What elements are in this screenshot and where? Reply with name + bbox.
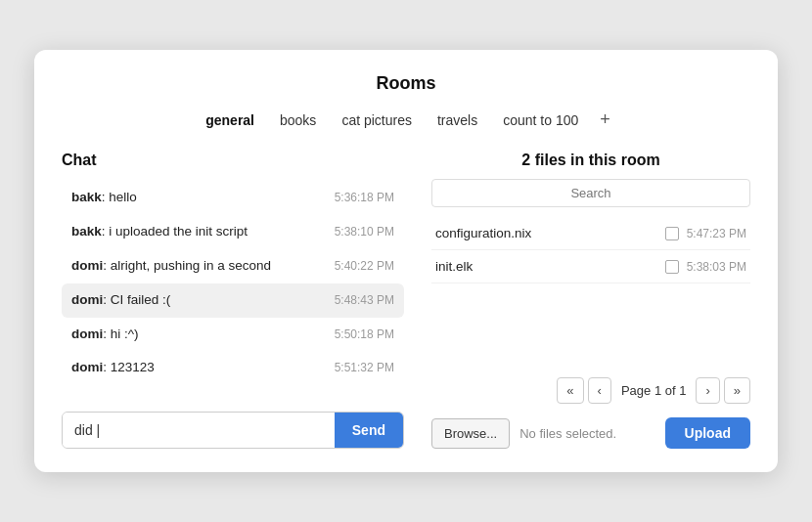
message-time: 5:40:22 PM	[335, 259, 394, 273]
sender-name: bakk	[71, 190, 102, 204]
file-checkbox[interactable]	[665, 260, 679, 274]
rooms-title: Rooms	[62, 73, 750, 94]
file-right: 5:47:23 PM	[665, 227, 746, 240]
no-files-label: No files selected.	[519, 426, 616, 441]
message-row: bakk: i uploaded the init script 5:38:10…	[62, 215, 404, 249]
message-text: domi: 123123	[71, 359, 323, 377]
message-text: domi: CI failed :(	[71, 291, 323, 310]
browse-button[interactable]: Browse...	[431, 418, 510, 449]
sender-name: domi	[71, 258, 103, 273]
message-time: 5:48:43 PM	[335, 293, 394, 307]
files-title: 2 files in this room	[431, 152, 750, 169]
app-window: Rooms general books cat pictures travels…	[34, 50, 778, 472]
message-row: domi: hi :^) 5:50:18 PM	[62, 318, 404, 352]
tab-books[interactable]: books	[270, 109, 326, 132]
tab-general[interactable]: general	[196, 109, 264, 132]
next-page-button[interactable]: ›	[696, 377, 719, 404]
file-time: 5:47:23 PM	[687, 227, 746, 240]
chat-title: Chat	[62, 152, 404, 169]
tab-count-to-100[interactable]: count to 100	[493, 109, 588, 132]
message-time: 5:38:10 PM	[335, 225, 394, 239]
file-name: configuration.nix	[435, 226, 665, 240]
messages-list: bakk: hello 5:36:18 PM bakk: i uploaded …	[62, 181, 404, 396]
tab-cat-pictures[interactable]: cat pictures	[332, 109, 422, 132]
message-time: 5:50:18 PM	[335, 327, 394, 341]
message-row: domi: 123123 5:51:32 PM	[62, 351, 404, 385]
message-row: bakk: hello 5:36:18 PM	[62, 181, 404, 215]
message-text: bakk: hello	[71, 189, 323, 207]
file-row: configuration.nix 5:47:23 PM	[431, 217, 750, 250]
file-name: init.elk	[435, 259, 665, 274]
page-label: Page 1 of 1	[615, 383, 693, 398]
send-button[interactable]: Send	[335, 413, 403, 448]
message-text: domi: hi :^)	[71, 326, 323, 344]
chat-panel: Chat bakk: hello 5:36:18 PM bakk: i uplo…	[62, 152, 404, 449]
add-tab-button[interactable]: +	[594, 108, 616, 132]
pagination: « ‹ Page 1 of 1 › »	[431, 377, 750, 404]
sender-name: domi	[71, 360, 103, 374]
file-time: 5:38:03 PM	[687, 260, 746, 274]
message-text: bakk: i uploaded the init script	[71, 223, 323, 241]
message-row-highlighted: domi: CI failed :( 5:48:43 PM	[62, 283, 404, 318]
files-list: configuration.nix 5:47:23 PM init.elk 5:…	[431, 217, 750, 360]
chat-input-area: Send	[62, 412, 404, 449]
tabs-bar: general books cat pictures travels count…	[62, 108, 750, 132]
message-time: 5:51:32 PM	[335, 361, 394, 374]
upload-button[interactable]: Upload	[665, 417, 750, 449]
tab-travels[interactable]: travels	[428, 109, 487, 132]
message-text: domi: alright, pushing in a second	[71, 257, 323, 276]
first-page-button[interactable]: «	[557, 377, 583, 404]
sender-name: domi	[71, 292, 103, 307]
file-row: init.elk 5:38:03 PM	[431, 250, 750, 283]
file-right: 5:38:03 PM	[665, 260, 746, 274]
search-input[interactable]	[431, 179, 750, 207]
upload-bar: Browse... No files selected. Upload	[431, 417, 750, 449]
last-page-button[interactable]: »	[724, 377, 750, 404]
sender-name: bakk	[71, 224, 102, 239]
files-panel: 2 files in this room configuration.nix 5…	[431, 152, 750, 449]
chat-input[interactable]	[63, 413, 335, 448]
message-row: domi: alright, pushing in a second 5:40:…	[62, 249, 404, 283]
prev-page-button[interactable]: ‹	[588, 377, 611, 404]
file-checkbox[interactable]	[665, 227, 679, 240]
message-time: 5:36:18 PM	[335, 191, 394, 204]
sender-name: domi	[71, 326, 103, 341]
main-content: Chat bakk: hello 5:36:18 PM bakk: i uplo…	[62, 152, 750, 449]
